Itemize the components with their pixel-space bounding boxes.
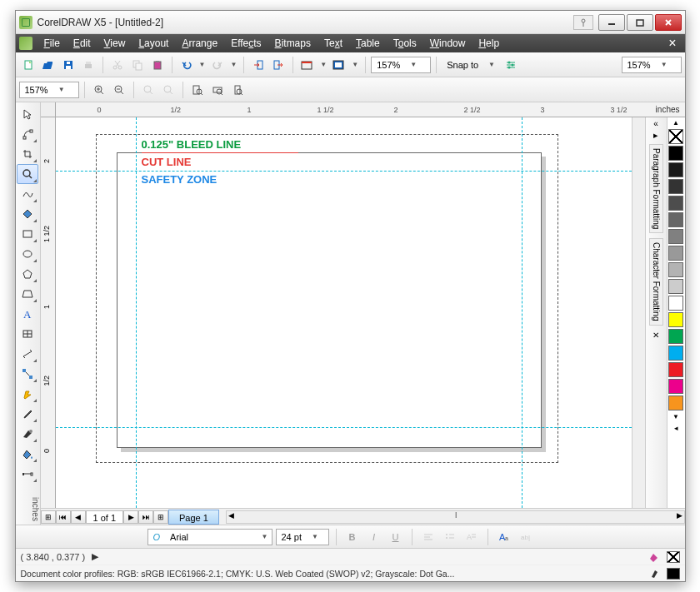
outline-tool[interactable] [17,424,38,444]
menu-help[interactable]: Help [472,37,506,49]
menu-layout[interactable]: Layout [132,37,175,49]
bullets-button[interactable] [441,528,459,546]
guide-h-top[interactable] [56,171,632,172]
swatch-black[interactable] [668,146,683,161]
font-size-combo[interactable]: 24 pt▼ [276,529,329,545]
docker-collapse-icon[interactable]: « [653,119,658,128]
zoom-selection-button[interactable] [139,81,158,99]
shape-tool[interactable] [17,124,38,144]
swatch[interactable] [668,246,683,261]
page-tab-1[interactable]: Page 1 [168,510,219,525]
menu-arrange[interactable]: Arrange [175,37,224,49]
undo-dropdown[interactable]: ▼ [198,61,208,68]
new-button[interactable] [19,56,38,74]
interactive-fill-tool[interactable] [17,464,38,484]
menu-view[interactable]: View [98,37,132,49]
crop-tool[interactable] [17,144,38,164]
outline-indicator[interactable] [667,568,680,580]
bold-button[interactable]: B [343,528,362,546]
import-button[interactable] [249,56,268,74]
char-format-button[interactable]: Aa [495,528,513,546]
minimize-button[interactable] [598,14,625,31]
viewport[interactable]: 0.125" BLEED LINE CUT LINE SAFETY ZONE [56,117,632,508]
redo-dropdown[interactable]: ▼ [228,61,238,68]
table-tool[interactable] [17,324,38,344]
swatch-green[interactable] [668,329,683,344]
swatch[interactable] [668,196,683,211]
zoom-out-button[interactable] [110,81,128,99]
save-button[interactable] [59,56,78,74]
dropcap-button[interactable]: A [462,528,481,546]
italic-button[interactable]: I [365,528,383,546]
swatch-none[interactable] [668,129,683,144]
swatch-cyan[interactable] [668,346,683,361]
text-tool[interactable]: A [17,304,38,324]
vertical-ruler[interactable]: 2 1 1/2 1 1/2 0 [41,117,56,508]
connector-tool[interactable] [17,364,38,384]
redo-button[interactable] [208,56,227,74]
app-launcher-button[interactable] [298,56,317,74]
ellipse-tool[interactable] [17,244,38,264]
docker-expand-icon[interactable]: ▸ [653,130,658,141]
menu-bitmaps[interactable]: Bitmaps [268,37,318,49]
guide-h-bottom[interactable] [56,427,632,428]
menu-window[interactable]: Window [423,37,472,49]
pin-button[interactable] [573,15,593,30]
docker-character-formatting[interactable]: Character Formatting [649,238,663,325]
last-page-button[interactable]: ⏭ [138,510,153,524]
snap-to-combo[interactable]: Snap to▼ [442,57,500,73]
maximize-button[interactable] [627,14,653,31]
docker-paragraph-formatting[interactable]: Paragraph Formatting [649,144,663,233]
guide-v-left[interactable] [136,117,137,508]
app-launcher-dropdown[interactable]: ▼ [318,61,328,68]
welcome-button[interactable] [330,56,348,74]
add-page-before-button[interactable]: ⊞ [41,510,56,524]
zoom-height-button[interactable] [228,81,247,99]
fill-tool[interactable] [17,444,38,464]
edit-text-button[interactable]: ab| [517,528,535,546]
pick-tool[interactable] [17,104,38,124]
zoom-combo[interactable]: 157%▼ [371,57,431,73]
swatch-white[interactable] [668,296,683,311]
menu-effects[interactable]: Effects [224,37,268,49]
palette-up-icon[interactable]: ▲ [668,117,685,128]
zoom-level-combo[interactable]: 157%▼ [19,82,79,98]
zoom-tool[interactable] [17,164,38,184]
add-page-after-button[interactable]: ⊞ [153,510,168,524]
palette-down-icon[interactable]: ▼ [668,411,685,422]
underline-button[interactable]: U [387,528,405,546]
palette-flyout-icon[interactable]: ◂ [668,422,685,434]
vertical-scrollbar[interactable] [632,117,645,508]
menu-table[interactable]: Table [349,37,387,49]
horizontal-ruler[interactable]: 0 1/2 1 1 1/2 2 2 1/2 3 3 1/2 inches [41,102,685,117]
prev-page-button[interactable]: ◀ [71,510,86,524]
swatch-orange[interactable] [668,395,683,410]
basic-shapes-tool[interactable] [17,284,38,304]
zoom-width-button[interactable] [208,81,227,99]
alignment-button[interactable] [419,528,438,546]
undo-button[interactable] [178,56,196,74]
polygon-tool[interactable] [17,264,38,284]
horizontal-scrollbar[interactable]: ◀▶ [226,510,685,524]
welcome-dropdown[interactable]: ▼ [350,61,360,68]
menu-text[interactable]: Text [318,37,349,49]
swatch[interactable] [668,162,683,177]
swatch[interactable] [668,212,683,227]
font-combo[interactable]: OArial▼ [148,529,272,545]
ruler-origin[interactable] [41,102,56,117]
options-button[interactable] [502,56,520,74]
swatch[interactable] [668,229,683,244]
first-page-button[interactable]: ⏮ [56,510,71,524]
menu-file[interactable]: File [38,37,67,49]
zoom-all-button[interactable] [159,81,178,99]
cut-button[interactable] [108,56,127,74]
fill-indicator[interactable] [667,551,680,563]
swatch[interactable] [668,262,683,277]
next-page-button[interactable]: ▶ [123,510,138,524]
open-button[interactable] [39,56,58,74]
interactive-tool[interactable] [17,384,38,404]
dimension-tool[interactable] [17,344,38,364]
smart-fill-tool[interactable] [17,204,38,224]
zoom-page-button[interactable] [188,81,207,99]
guide-v-right[interactable] [522,117,522,508]
